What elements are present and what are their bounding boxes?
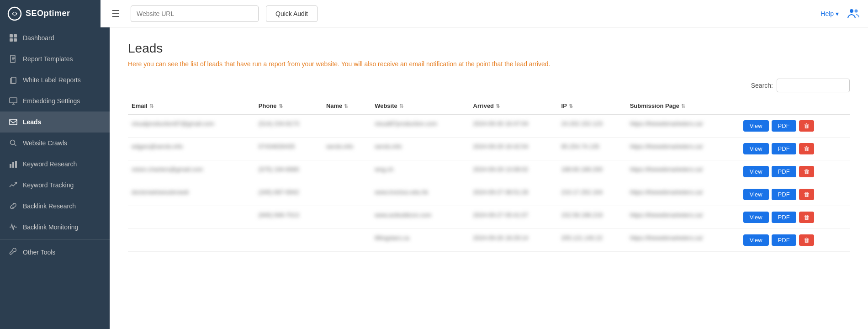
cell-1-0: edgars@serols.info [128, 138, 255, 160]
pdf-button[interactable]: PDF [772, 166, 796, 177]
delete-button[interactable]: 🗑 [799, 212, 814, 223]
sidebar-item-white-label-reports[interactable]: White Label Reports [0, 69, 110, 90]
sidebar-item-backlink-monitoring[interactable]: Backlink Monitoring [0, 217, 110, 238]
cell-5-0 [128, 229, 255, 252]
pdf-button[interactable]: PDF [772, 234, 796, 246]
blurred-value: www.invictus.edu.hk [375, 189, 428, 196]
blurred-value: 2024-09-27 08:51:28 [473, 189, 529, 196]
pdf-button[interactable]: PDF [772, 212, 796, 223]
page-title: Leads [128, 41, 850, 56]
sidebar-item-backlink-research[interactable]: Backlink Research [0, 196, 110, 217]
sidebar-item-other-tools[interactable]: Other Tools [0, 242, 110, 263]
sidebar-item-leads[interactable]: Leads [0, 111, 110, 133]
delete-button[interactable]: 🗑 [799, 143, 814, 154]
blurred-value: https://thewebmarketers.ca/ [630, 212, 703, 218]
cell-1-1: 07434630435 [255, 138, 323, 160]
cell-0-1: (514) 234-8173 [255, 114, 323, 138]
sidebar-item-label: Backlink Research [23, 202, 76, 210]
sidebar-item-label: Other Tools [23, 249, 55, 256]
svg-rect-11 [10, 119, 17, 125]
cell-4-2 [323, 206, 371, 229]
svg-rect-9 [11, 77, 16, 83]
cell-5-5: 205.121.140.22 [558, 229, 626, 252]
cell-actions-0: View PDF 🗑 [740, 114, 850, 138]
blurred-value: 210.17.252.164 [561, 189, 603, 196]
pdf-button[interactable]: PDF [772, 120, 796, 132]
blurred-value: https://thewebmarketers.ca/ [630, 234, 703, 241]
col-header-5[interactable]: IP⇅ [558, 98, 626, 114]
quick-audit-button[interactable]: Quick Audit [266, 5, 318, 22]
blurred-value: serols.info [326, 143, 353, 150]
blurred-value: 2024-09-30 16:47:04 [473, 120, 529, 127]
search-input[interactable] [777, 79, 850, 92]
blurred-value: visual87production.com [375, 120, 437, 127]
sort-icon: ⇅ [681, 103, 685, 109]
sidebar-item-embedding-settings[interactable]: Embedding Settings [0, 90, 110, 111]
view-button[interactable]: View [743, 234, 769, 246]
cell-3-0: doctorwelowsubrowdr [128, 183, 255, 206]
pdf-button[interactable]: PDF [772, 189, 796, 200]
svg-rect-8 [11, 55, 15, 63]
pdf-button[interactable]: PDF [772, 143, 796, 154]
logo-area: SEOptimer [0, 0, 101, 27]
hamburger-button[interactable]: ☰ [108, 6, 123, 21]
sidebar: Dashboard Report Templates White Label R… [0, 27, 110, 329]
view-button[interactable]: View [743, 189, 769, 200]
sidebar-item-dashboard[interactable]: Dashboard [0, 27, 110, 48]
delete-button[interactable]: 🗑 [799, 166, 814, 177]
cell-0-3: visual87production.com [371, 114, 469, 138]
sidebar-item-keyword-research[interactable]: Keyword Research [0, 154, 110, 175]
cell-2-5: 188.60.189.200 [558, 160, 626, 183]
blurred-value: (575) 194-6680 [259, 166, 299, 173]
page-subtitle: Here you can see the list of leads that … [128, 60, 850, 68]
delete-button[interactable]: 🗑 [799, 189, 814, 200]
bar-chart-icon [9, 160, 17, 168]
col-header-0[interactable]: Email⇅ [128, 98, 255, 114]
delete-button[interactable]: 🗑 [799, 120, 814, 132]
users-icon[interactable] [846, 6, 861, 21]
blurred-value: www.acibuildcon.com [375, 212, 431, 218]
col-header-1[interactable]: Phone⇅ [255, 98, 323, 114]
blurred-value: 205.121.140.22 [561, 234, 603, 241]
table-row: vision.charters@gmail.com(575) 194-6680w… [128, 160, 850, 183]
delete-button[interactable]: 🗑 [799, 234, 814, 246]
col-header-4[interactable]: Arrived⇅ [470, 98, 558, 114]
sidebar-item-website-crawls[interactable]: Website Crawls [0, 133, 110, 154]
cell-3-3: www.invictus.edu.hk [371, 183, 469, 206]
view-button[interactable]: View [743, 166, 769, 177]
cell-3-6: https://thewebmarketers.ca/ [626, 183, 740, 206]
cell-1-2: serols.info [323, 138, 371, 160]
sort-icon: ⇅ [279, 103, 283, 109]
view-button[interactable]: View [743, 212, 769, 223]
cell-3-2 [323, 183, 371, 206]
cell-4-3: www.acibuildcon.com [371, 206, 469, 229]
col-header-3[interactable]: Website⇅ [371, 98, 469, 114]
col-header-2[interactable]: Name⇅ [323, 98, 371, 114]
view-button[interactable]: View [743, 143, 769, 154]
cell-2-2 [323, 160, 371, 183]
action-buttons: View PDF 🗑 [743, 189, 846, 200]
sidebar-item-label: Dashboard [23, 34, 54, 42]
cell-4-5: 152.58.198.219 [558, 206, 626, 229]
svg-point-12 [11, 140, 15, 145]
cell-3-4: 2024-09-27 08:51:28 [470, 183, 558, 206]
url-input[interactable] [131, 5, 259, 22]
action-buttons: View PDF 🗑 [743, 120, 846, 132]
blurred-value: 152.58.198.219 [561, 212, 603, 218]
col-header-6[interactable]: Submission Page⇅ [626, 98, 740, 114]
sidebar-item-label: Backlink Monitoring [23, 223, 78, 231]
sidebar-item-report-templates[interactable]: Report Templates [0, 48, 110, 69]
sort-icon: ⇅ [569, 103, 573, 109]
view-button[interactable]: View [743, 120, 769, 132]
table-head: Email⇅Phone⇅Name⇅Website⇅Arrived⇅IP⇅Subm… [128, 98, 850, 114]
table-body: visualproduction87@gmail.com(514) 234-81… [128, 114, 850, 252]
sort-icon: ⇅ [344, 103, 348, 109]
sidebar-item-keyword-tracking[interactable]: Keyword Tracking [0, 175, 110, 196]
cell-0-0: visualproduction87@gmail.com [128, 114, 255, 138]
col-header-7[interactable] [740, 98, 850, 114]
help-link[interactable]: Help ▾ [820, 10, 839, 17]
logo-text: SEOptimer [26, 9, 70, 18]
cell-0-5: 24.202.152.123 [558, 114, 626, 138]
svg-point-2 [850, 9, 853, 13]
search-label: Search: [751, 82, 773, 89]
